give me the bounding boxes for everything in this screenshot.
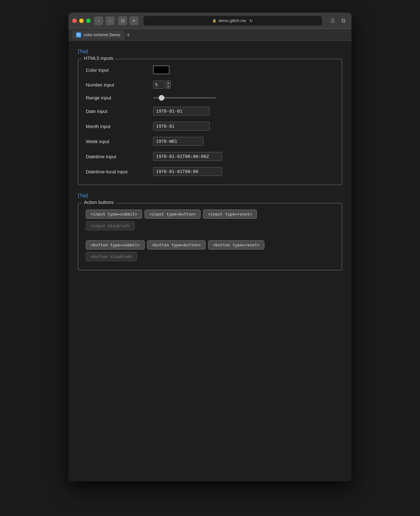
- html5-inputs-section: HTML5 inputs Color input Number input ▲ …: [78, 59, 342, 185]
- datetime-input[interactable]: [153, 152, 222, 161]
- month-label: Month input: [86, 124, 149, 129]
- button-submit-btn[interactable]: <button type=submit>: [86, 240, 145, 250]
- month-input-row: Month input: [86, 122, 334, 131]
- number-input-group: ▲ ▼: [153, 81, 171, 89]
- html5-legend: HTML5 inputs: [82, 55, 115, 61]
- month-input[interactable]: [153, 122, 210, 131]
- share-button[interactable]: ⎙: [328, 16, 337, 25]
- spacer: [86, 233, 334, 238]
- active-tab[interactable]: C color-scheme Demo: [72, 30, 124, 40]
- week-label: Week input: [86, 139, 149, 144]
- button-button-btn[interactable]: <button type=button>: [147, 240, 206, 250]
- action-buttons-section: Action buttons <input type=submit> <inpu…: [78, 203, 342, 270]
- datetime-local-label: Datetime-local input: [86, 169, 149, 174]
- tab-title: color-scheme Demo: [84, 32, 120, 37]
- number-input[interactable]: [153, 81, 164, 89]
- button-buttons-row-1: <button type=submit> <button type=button…: [86, 240, 334, 250]
- number-label: Number input: [86, 82, 149, 87]
- button-rows: <input type=submit> <input type=button> …: [86, 210, 334, 261]
- close-button[interactable]: [72, 19, 77, 23]
- color-input[interactable]: [153, 65, 169, 74]
- range-input[interactable]: [153, 97, 216, 98]
- maximize-button[interactable]: [86, 19, 91, 23]
- page-content: [Top] HTML5 inputs Color input Number in…: [69, 41, 351, 481]
- input-button-btn[interactable]: <input type=button>: [145, 210, 201, 219]
- lock-icon: 🔒: [212, 19, 217, 23]
- input-buttons-row-1: <input type=submit> <input type=button> …: [86, 210, 334, 219]
- menu-button[interactable]: ≡: [130, 16, 138, 25]
- week-input-row: Week input: [86, 137, 334, 146]
- range-label: Range input: [86, 95, 149, 100]
- button-buttons-row-2: <button disabled>: [86, 252, 334, 261]
- datetime-local-input[interactable]: [153, 167, 222, 176]
- spinner-up[interactable]: ▲: [166, 81, 170, 85]
- range-input-row: Range input: [86, 95, 334, 100]
- datetime-local-input-row: Datetime-local input: [86, 167, 334, 176]
- tab-favicon: C: [76, 32, 81, 37]
- color-input-row: Color input: [86, 65, 334, 74]
- action-legend: Action buttons: [82, 199, 116, 205]
- minimize-button[interactable]: [79, 19, 84, 23]
- input-disabled-btn: <input disabled>: [86, 221, 135, 230]
- date-label: Date input: [86, 109, 149, 114]
- date-input[interactable]: [153, 107, 210, 115]
- browser-window: ‹ › ⊡ ≡ 🔒 demo.glitch.me ↻ ⎙ ⧉ C color-s…: [69, 13, 351, 481]
- number-spinner[interactable]: ▲ ▼: [166, 81, 171, 89]
- address-bar[interactable]: 🔒 demo.glitch.me ↻: [143, 16, 322, 25]
- color-label: Color input: [86, 67, 149, 73]
- input-reset-btn[interactable]: <input type=reset>: [203, 210, 257, 219]
- back-button[interactable]: ‹: [94, 16, 103, 25]
- tab-bar: C color-scheme Demo +: [69, 29, 351, 41]
- title-bar: ‹ › ⊡ ≡ 🔒 demo.glitch.me ↻ ⎙ ⧉: [69, 13, 351, 29]
- input-submit-btn[interactable]: <input type=submit>: [86, 210, 142, 219]
- datetime-input-row: Datetime input: [86, 152, 334, 161]
- button-disabled-btn: <button disabled>: [86, 252, 137, 261]
- date-input-row: Date input: [86, 107, 334, 115]
- tabs-button[interactable]: ⧉: [339, 16, 348, 25]
- button-reset-btn[interactable]: <button type=reset>: [208, 240, 264, 250]
- week-input[interactable]: [153, 137, 203, 146]
- number-input-row: Number input ▲ ▼: [86, 81, 334, 89]
- top-link-1[interactable]: [Top]: [78, 48, 88, 54]
- url-text: demo.glitch.me: [218, 18, 246, 23]
- top-link-2[interactable]: [Top]: [78, 193, 88, 198]
- input-buttons-row-2: <input disabled>: [86, 221, 334, 230]
- toolbar-icons: ⎙ ⧉: [328, 16, 348, 25]
- reload-button[interactable]: ↻: [249, 18, 253, 23]
- datetime-label: Datetime input: [86, 154, 149, 159]
- forward-button[interactable]: ›: [106, 16, 114, 25]
- spinner-down[interactable]: ▼: [166, 85, 170, 88]
- traffic-lights: [72, 19, 91, 23]
- new-tab-button[interactable]: +: [126, 32, 130, 38]
- sidebar-button[interactable]: ⊡: [118, 16, 127, 25]
